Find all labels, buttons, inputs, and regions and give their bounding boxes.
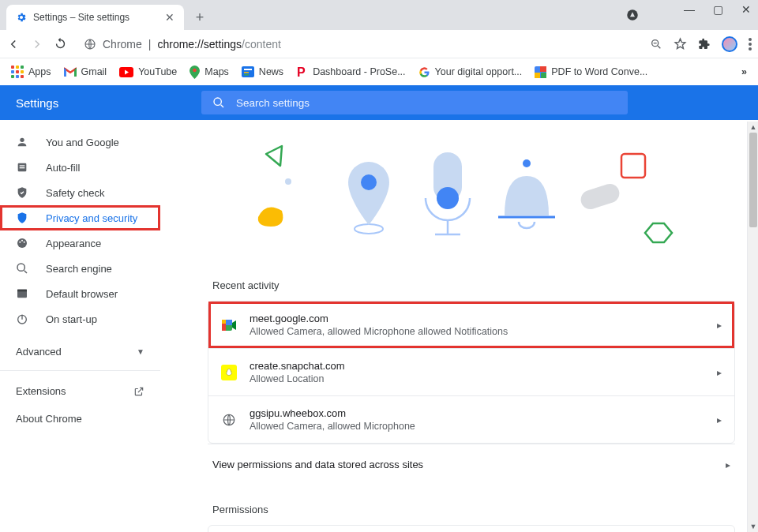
power-icon: [16, 313, 30, 325]
sidebar-item-privacy[interactable]: Privacy and security: [0, 205, 160, 230]
bookmark-label: YouTube: [138, 66, 177, 77]
sidebar-label: Safety check: [46, 187, 104, 199]
bookmark-label: PDF to Word Conve...: [551, 66, 647, 77]
forward-button[interactable]: [30, 37, 46, 51]
person-icon: [16, 136, 30, 148]
tab-close-icon[interactable]: ✕: [165, 11, 174, 24]
svg-point-25: [24, 242, 25, 243]
star-icon[interactable]: [674, 37, 687, 51]
permission-row-location[interactable]: Location ▸: [208, 526, 734, 532]
scroll-up-icon[interactable]: ▲: [748, 122, 758, 133]
bookmark-apps[interactable]: Apps: [11, 66, 51, 78]
svg-rect-28: [17, 290, 27, 292]
sidebar-item-search-engine[interactable]: Search engine: [0, 256, 160, 281]
sidebar-item-appearance[interactable]: Appearance: [0, 230, 160, 256]
site-host: meet.google.com: [250, 313, 508, 324]
bookmark-digital[interactable]: Your digital opport...: [418, 66, 523, 78]
sidebar-label: Default browser: [46, 288, 118, 300]
svg-rect-45: [222, 320, 226, 324]
bookmark-dashboard[interactable]: P Dashboard - ProSe...: [296, 66, 405, 78]
appearance-icon: [16, 237, 30, 249]
svg-rect-10: [244, 72, 249, 73]
bookmark-pdf[interactable]: PDF to Word Conve...: [535, 66, 647, 78]
minimize-button[interactable]: —: [682, 3, 696, 16]
svg-point-18: [20, 138, 24, 142]
browser-icon: [16, 287, 30, 300]
sidebar-item-autofill[interactable]: Auto-fill: [0, 155, 160, 180]
sidebar-about[interactable]: About Chrome: [0, 405, 160, 433]
bookmark-gmail[interactable]: Gmail: [64, 66, 107, 77]
hero-svg: [250, 138, 692, 249]
site-desc: Allowed Location: [250, 373, 345, 384]
reload-button[interactable]: [54, 37, 69, 51]
bookmark-news[interactable]: News: [242, 66, 283, 77]
recent-activity-card: meet.google.com Allowed Camera, allowed …: [208, 301, 735, 444]
hero-illustration: [203, 120, 740, 267]
search-settings[interactable]: [201, 91, 628, 114]
bookmarks-overflow[interactable]: »: [741, 66, 747, 77]
permissions-title: Permissions: [208, 485, 735, 525]
svg-point-34: [437, 187, 459, 209]
sidebar-label: Search engine: [46, 263, 112, 275]
sidebar-label: Extensions: [16, 385, 66, 397]
svg-point-31: [355, 224, 383, 234]
svg-point-23: [19, 242, 21, 243]
sidebar-label: You and Google: [46, 137, 119, 148]
sidebar-item-you-and-google[interactable]: You and Google: [0, 129, 160, 155]
chevron-right-icon: ▸: [717, 367, 722, 378]
zoom-icon[interactable]: [650, 38, 662, 51]
menu-icon[interactable]: [749, 38, 752, 51]
bookmark-label: Gmail: [81, 66, 107, 77]
bookmark-label: Your digital opport...: [435, 66, 523, 77]
svg-point-17: [214, 98, 221, 105]
site-desc: Allowed Camera, allowed Microphone allow…: [250, 326, 508, 337]
browser-tab[interactable]: Settings – Site settings ✕: [6, 5, 184, 30]
sidebar-advanced[interactable]: Advanced ▼: [0, 332, 160, 364]
google-icon: [418, 66, 430, 78]
site-host: ggsipu.wheebox.com: [250, 407, 415, 419]
view-all-permissions[interactable]: View permissions and data stored across …: [208, 444, 735, 485]
meet-icon: [221, 317, 237, 333]
omnibox[interactable]: Chrome | chrome://settings/content: [77, 38, 287, 51]
svg-rect-39: [579, 182, 622, 212]
sidebar-item-safety[interactable]: Safety check: [0, 180, 160, 205]
page-scrollbar[interactable]: ▲ ▼: [747, 122, 758, 532]
svg-point-5: [749, 47, 752, 51]
chevron-right-icon: ▸: [717, 320, 722, 331]
maximize-button[interactable]: ▢: [711, 3, 725, 16]
sidebar-label: Appearance: [46, 238, 101, 249]
back-button[interactable]: [6, 37, 22, 51]
close-window-button[interactable]: ✕: [739, 3, 753, 16]
svg-rect-21: [20, 167, 25, 168]
settings-content: Recent activity meet.google.com Allowed …: [203, 120, 758, 532]
profile-indicator-icon[interactable]: [625, 8, 640, 22]
url-prefix: chrome://settings: [157, 38, 242, 51]
sidebar-label: Auto-fill: [46, 162, 80, 174]
chevron-right-icon: ▸: [726, 459, 730, 470]
bookmark-youtube[interactable]: YouTube: [119, 66, 177, 77]
avatar[interactable]: [722, 36, 737, 52]
sidebar-label: About Chrome: [16, 413, 82, 425]
secure-label: Chrome: [103, 38, 142, 51]
scroll-thumb[interactable]: [749, 133, 757, 227]
sidebar-item-startup[interactable]: On start-up: [0, 306, 160, 332]
svg-rect-15: [535, 73, 540, 78]
link-label: View permissions and data stored across …: [212, 459, 423, 470]
site-row-meet[interactable]: meet.google.com Allowed Camera, allowed …: [208, 302, 734, 348]
site-host: create.snapchat.com: [250, 360, 345, 372]
sidebar-extensions[interactable]: Extensions: [0, 377, 160, 405]
scroll-down-icon[interactable]: ▼: [748, 521, 758, 532]
svg-point-3: [749, 38, 752, 41]
search-input[interactable]: [236, 97, 617, 109]
bookmark-label: Apps: [28, 66, 51, 77]
bookmark-maps[interactable]: Maps: [190, 66, 229, 79]
site-info-icon[interactable]: [84, 38, 96, 51]
new-tab-button[interactable]: +: [189, 6, 211, 28]
extensions-icon[interactable]: [698, 38, 711, 51]
svg-rect-16: [541, 73, 546, 78]
window-controls: — ▢ ✕: [682, 3, 753, 16]
settings-title: Settings: [0, 96, 201, 110]
sidebar-item-default-browser[interactable]: Default browser: [0, 281, 160, 306]
site-row-snapchat[interactable]: create.snapchat.com Allowed Location ▸: [208, 348, 734, 395]
site-row-wheebox[interactable]: ggsipu.wheebox.com Allowed Camera, allow…: [208, 395, 734, 443]
